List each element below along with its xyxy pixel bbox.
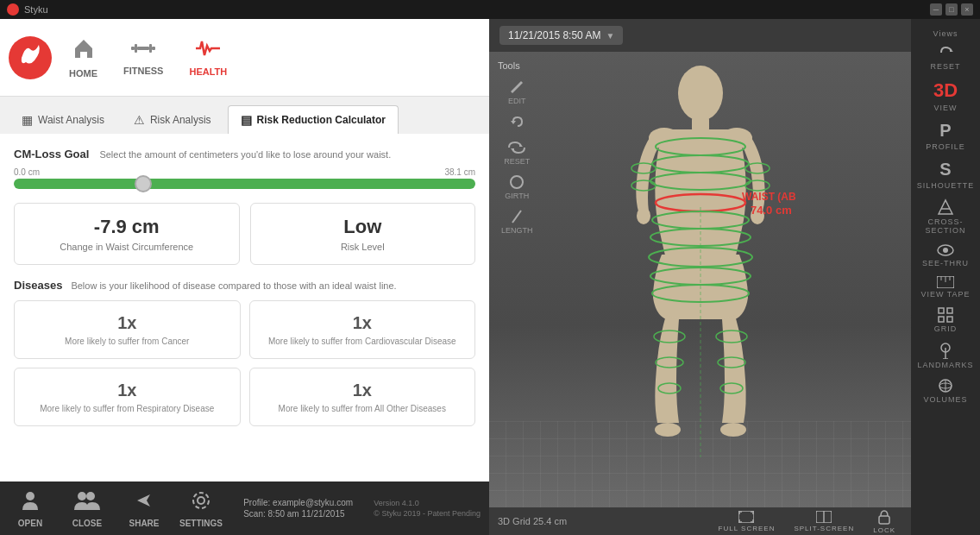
svg-rect-43 (738, 511, 754, 523)
disease-card-cardiovascular: 1x More likely to suffer from Cardiovasc… (249, 300, 476, 359)
waist-tab-label: Waist Analysis (38, 114, 104, 126)
svg-rect-55 (947, 308, 952, 313)
cross-section-icon (937, 198, 954, 216)
title-bar: Styku ─ □ × (0, 0, 980, 19)
slider-track[interactable] (14, 179, 475, 189)
edit-label: EDIT (508, 97, 526, 105)
reset-view-icon (937, 45, 954, 60)
tool-girth[interactable]: GIRTH (498, 171, 537, 204)
nav-item-health[interactable]: HEALTH (189, 39, 227, 77)
reset-view-label: RESET (930, 62, 960, 71)
copyright: © Styku 2019 - Patent Pending (374, 509, 481, 518)
circumference-value: -7.9 cm (27, 216, 227, 238)
viewer-area: 11/21/2015 8:50 AM ▼ Tools EDIT (489, 19, 911, 535)
tool-edit[interactable]: EDIT (498, 76, 537, 109)
sidebar-item-silhouette[interactable]: S SILHOUETTE (911, 156, 980, 193)
settings-action[interactable]: SETTINGS (179, 489, 223, 528)
app-title: Styku (24, 4, 48, 15)
cancer-label: More likely to suffer from Cancer (27, 337, 228, 346)
profile-label: Profile: (243, 498, 270, 507)
disease-card-respiratory: 1x More likely to suffer from Respirator… (14, 368, 241, 426)
slider-labels: 0.0 cm 38.1 cm (14, 167, 475, 177)
scan-value: 8:50 am 11/21/2015 (268, 509, 345, 519)
nav-items: HOME FITNESS HEALTH (69, 37, 227, 79)
tool-reset[interactable]: RESET (498, 136, 537, 169)
restore-button[interactable]: □ (945, 3, 958, 16)
sidebar-item-landmarks[interactable]: LANDMARKS (911, 338, 980, 373)
undo-icon (509, 114, 525, 129)
left-panel: HOME FITNESS HEALTH ▦ (0, 19, 489, 535)
sidebar-item-volumes[interactable]: VOLUMES (911, 374, 980, 407)
svg-text:WAIST (ABDOMINAL): WAIST (ABDOMINAL) (742, 191, 795, 203)
profile-view-label: PROFILE (926, 142, 965, 151)
tab-risk-analysis[interactable]: ⚠ Risk Analysis (121, 105, 224, 134)
reset-icon (507, 140, 526, 155)
svg-rect-3 (137, 47, 149, 50)
sidebar-item-reset[interactable]: RESET (911, 41, 980, 74)
cardiovascular-label: More likely to suffer from Cardiovascula… (262, 337, 463, 346)
reduction-tab-label: Risk Reduction Calculator (257, 114, 386, 126)
cross-section-label: CROSS-SECTION (911, 217, 980, 235)
logo-circle (9, 36, 52, 79)
landmarks-label: LANDMARKS (917, 361, 973, 369)
tools-title: Tools (498, 60, 537, 71)
sidebar-item-grid[interactable]: GRID (911, 304, 980, 337)
length-icon (509, 209, 525, 224)
sidebar-item-view-tape[interactable]: VIEW TAPE (911, 273, 980, 302)
views-label: Views (933, 29, 958, 38)
splitscreen-label: SPLIT-SCREEN (794, 525, 854, 532)
lock-button[interactable]: LOCK (866, 507, 902, 536)
diseases-section: Diseases Below is your likelihood of dis… (14, 279, 475, 426)
nav-item-fitness[interactable]: FITNESS (123, 40, 163, 76)
app-logo-small (7, 3, 19, 16)
close-window-button[interactable]: × (961, 3, 973, 16)
minimize-button[interactable]: ─ (930, 3, 942, 16)
other-label: More likely to suffer from All Other Dis… (262, 404, 463, 413)
view-tape-icon (937, 276, 954, 288)
bottom-bar: OPEN CLOSE SHARE (0, 482, 489, 535)
goal-section: CM-Loss Goal Select the amount of centim… (14, 148, 475, 189)
cardiovascular-value: 1x (262, 313, 463, 333)
fullscreen-button[interactable]: FULL SCREEN (712, 509, 782, 534)
svg-text:74.0 cm: 74.0 cm (751, 204, 792, 217)
diseases-title: Diseases (14, 279, 62, 292)
scan-info: Scan: 8:50 am 11/21/2015 (243, 509, 353, 519)
home-icon (72, 37, 95, 65)
health-label: HEALTH (189, 66, 227, 77)
viewer-3d[interactable]: Tools EDIT RESET GIRTH (489, 52, 911, 507)
tool-undo[interactable] (498, 110, 537, 135)
view-tape-label: VIEW TAPE (920, 290, 970, 299)
sidebar-item-3d[interactable]: 3D VIEW (911, 76, 980, 116)
disease-card-other: 1x More likely to suffer from All Other … (249, 368, 476, 426)
tool-length[interactable]: LENGTH (498, 205, 537, 238)
svg-rect-2 (135, 44, 137, 53)
diseases-grid: 1x More likely to suffer from Cancer 1x … (14, 300, 475, 426)
close-action[interactable]: CLOSE (66, 489, 109, 528)
open-icon (19, 489, 41, 515)
svg-rect-46 (879, 516, 889, 524)
profile-view-icon: P (939, 121, 951, 141)
sidebar-item-profile[interactable]: P PROFILE (911, 117, 980, 154)
svg-point-7 (78, 492, 86, 500)
girth-label: GIRTH (505, 192, 529, 200)
sidebar-item-see-thru[interactable]: SEE-THRU (911, 240, 980, 271)
app-body: HOME FITNESS HEALTH ▦ (0, 19, 980, 535)
datetime-arrow-icon: ▼ (606, 31, 614, 41)
girth-icon (509, 174, 525, 190)
share-action[interactable]: SHARE (122, 489, 166, 528)
splitscreen-button[interactable]: SPLIT-SCREEN (787, 509, 861, 534)
fullscreen-icon (738, 511, 754, 523)
lock-icon (878, 509, 890, 525)
stat-card-risk: Low Risk Level (250, 203, 476, 265)
open-action[interactable]: OPEN (9, 489, 52, 528)
nav-item-home[interactable]: HOME (69, 37, 97, 79)
reset-label: RESET (504, 157, 530, 166)
version-number: Version 4.1.0 (374, 499, 481, 507)
tab-risk-reduction[interactable]: ▤ Risk Reduction Calculator (228, 105, 399, 134)
datetime-picker[interactable]: 11/21/2015 8:50 AM ▼ (499, 26, 623, 45)
tab-waist-analysis[interactable]: ▦ Waist Analysis (9, 105, 117, 134)
slider-thumb[interactable] (135, 175, 152, 192)
close-icon (74, 489, 100, 515)
sidebar-item-cross-section[interactable]: CROSS-SECTION (911, 195, 980, 238)
diseases-header: Diseases Below is your likelihood of dis… (14, 279, 475, 292)
